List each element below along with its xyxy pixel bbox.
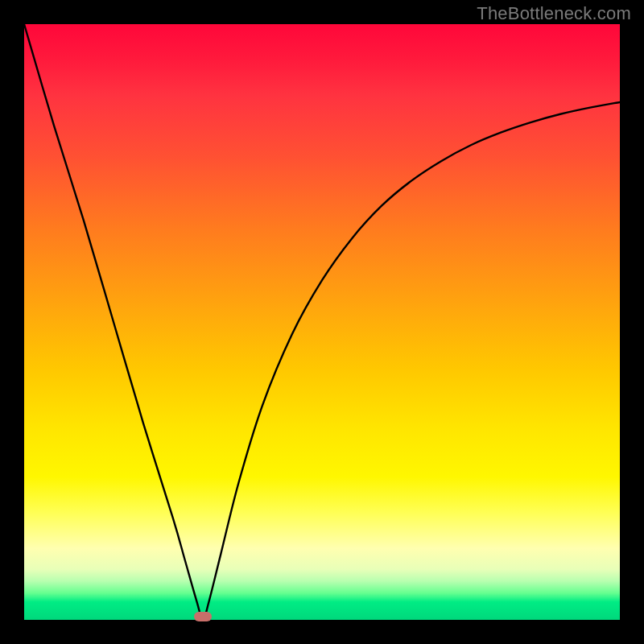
bottleneck-curve xyxy=(24,24,620,620)
plot-area xyxy=(24,24,620,620)
watermark-text: TheBottleneck.com xyxy=(477,3,631,24)
curve-svg xyxy=(24,24,620,620)
chart-frame: TheBottleneck.com xyxy=(0,0,644,644)
minimum-marker xyxy=(194,612,212,621)
